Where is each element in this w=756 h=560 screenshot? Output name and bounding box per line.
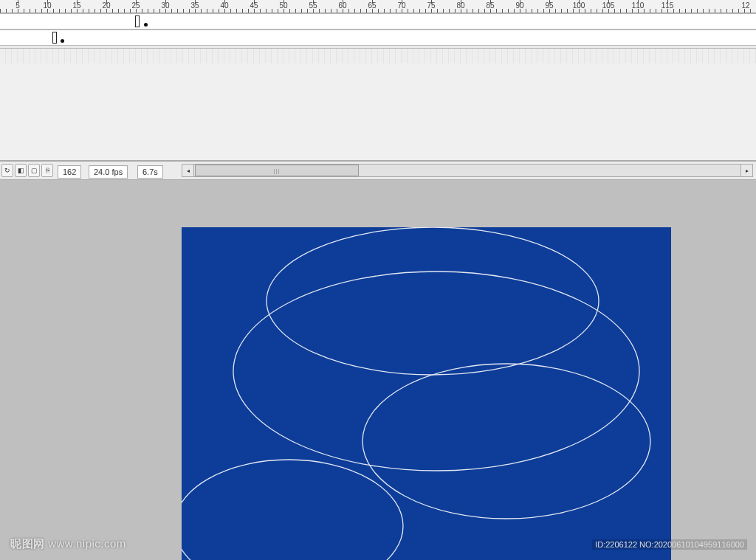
watermark-id: ID:2206122 NO:20200610104959116000	[592, 539, 747, 550]
timeline-horizontal-scrollbar[interactable]: ◂ ▸	[182, 164, 753, 177]
drawn-ellipse[interactable]	[267, 227, 599, 375]
current-frame-field[interactable]: 162	[58, 165, 81, 179]
scroll-right-button[interactable]: ▸	[740, 165, 752, 176]
drawn-ellipse[interactable]	[182, 460, 403, 560]
fps-field[interactable]: 24.0 fps	[89, 165, 128, 179]
watermark-url: www.nipic.com	[48, 537, 126, 550]
stage-canvas[interactable]	[182, 227, 671, 560]
watermark-logo-text: 昵图网	[10, 537, 45, 550]
timeline-empty-area	[0, 48, 756, 64]
keyframe-dot[interactable]	[144, 23, 148, 27]
blank-keyframe-marker[interactable]	[135, 15, 140, 27]
scroll-left-button[interactable]: ◂	[182, 165, 194, 176]
frame-ruler[interactable]: 5101520253035404550556065707580859095100…	[0, 0, 756, 13]
onion-skin-icon[interactable]: ◧	[15, 164, 27, 177]
drawn-ellipse[interactable]	[362, 364, 650, 519]
layer-track-1[interactable]	[0, 13, 756, 30]
timeline-panel: 5101520253035404550556065707580859095100…	[0, 0, 756, 63]
edit-multiple-frames-icon[interactable]: ⎘	[41, 164, 53, 177]
layer-track-2[interactable]	[0, 30, 756, 46]
stage-area[interactable]	[0, 180, 756, 560]
loop-icon[interactable]: ↻	[1, 164, 13, 177]
blank-keyframe-marker[interactable]	[52, 32, 57, 44]
timeline-status-bar: ↻ ◧ ▢ ⎘ 162 24.0 fps 6.7s ◂ ▸	[0, 161, 756, 180]
ruler-number: 12	[741, 1, 749, 10]
timeline-lower-panel	[0, 63, 756, 161]
scroll-thumb[interactable]	[195, 165, 359, 176]
drawn-ellipse[interactable]	[233, 272, 639, 471]
stage-drawing	[182, 227, 671, 560]
watermark-left: 昵图网 www.nipic.com	[10, 537, 126, 551]
elapsed-time-field[interactable]: 6.7s	[137, 165, 163, 179]
onion-skin-outlines-icon[interactable]: ▢	[28, 164, 40, 177]
timeline-controls: ↻ ◧ ▢ ⎘	[1, 164, 53, 177]
keyframe-dot[interactable]	[61, 39, 64, 43]
